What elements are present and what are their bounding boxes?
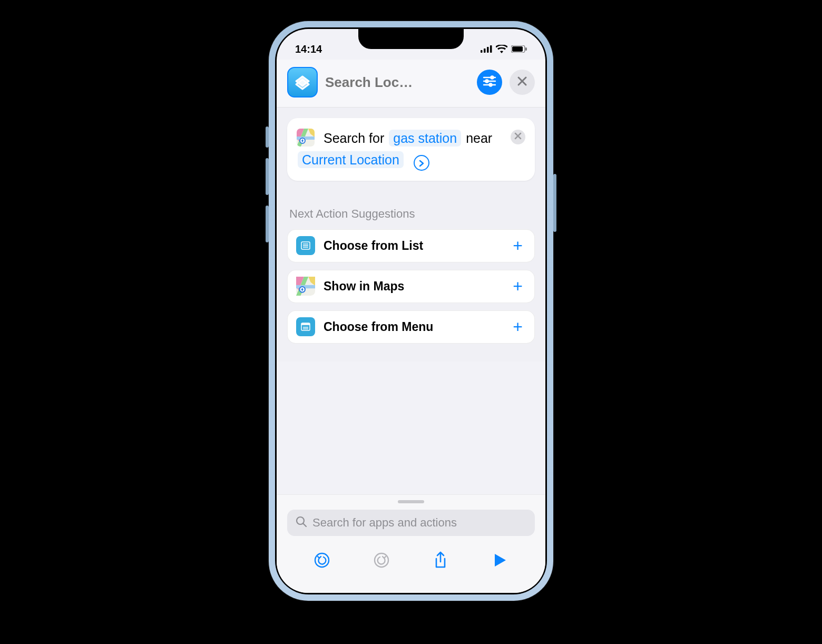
svg-rect-5 [512,46,523,52]
run-button[interactable] [490,551,511,572]
mute-switch [266,126,269,148]
maps-app-icon [296,277,315,296]
share-button[interactable] [430,551,451,572]
shortcut-title-input[interactable] [325,74,469,91]
suggestion-item[interactable]: Choose from List + [287,229,535,262]
undo-icon [314,552,330,571]
plus-icon: + [513,236,523,255]
volume-up-button [266,158,269,195]
svg-rect-36 [301,323,310,325]
chevron-right-icon [418,152,425,173]
cellular-signal-icon [481,45,492,53]
drag-handle[interactable] [398,500,424,503]
plus-icon: + [513,277,523,296]
svg-point-42 [375,553,388,567]
list-icon [296,236,315,255]
svg-rect-1 [484,48,486,53]
remove-action-button[interactable] [511,130,525,144]
suggestion-item[interactable]: Choose from Menu + [287,310,535,344]
sliders-icon [483,75,496,89]
redo-button[interactable] [371,551,392,572]
svg-point-8 [491,76,493,79]
svg-point-12 [489,83,492,86]
bottom-panel [277,494,545,593]
svg-rect-3 [490,45,492,53]
phone-frame: 14:14 [269,21,553,601]
maps-app-icon [297,129,315,147]
close-icon [514,132,522,142]
share-icon [433,551,448,571]
add-suggestion-button[interactable]: + [510,317,526,337]
add-suggestion-button[interactable]: + [510,277,526,296]
plus-icon: + [513,317,523,336]
settings-button[interactable] [477,70,502,95]
action-prefix-text: Search for [324,131,384,145]
add-suggestion-button[interactable]: + [510,236,526,256]
status-time: 14:14 [295,43,322,55]
action-search-input[interactable] [312,516,526,530]
svg-rect-2 [487,47,489,53]
notch [358,29,464,49]
battery-icon [511,45,527,53]
suggestion-item[interactable]: Show in Maps + [287,270,535,303]
suggestion-label: Choose from List [324,239,501,253]
expand-action-button[interactable] [414,155,429,171]
action-middle-text: near [466,131,492,145]
action-param-location[interactable]: Current Location [298,151,404,168]
svg-rect-21 [297,136,315,140]
header [277,60,545,108]
editor-content: Search for gas station near Current Loca… [277,108,545,362]
play-icon [493,553,507,570]
action-card-search-local[interactable]: Search for gas station near Current Loca… [287,118,535,181]
menu-icon [296,317,315,336]
toolbar [277,543,545,593]
power-button [553,174,556,232]
svg-rect-6 [525,47,527,51]
suggestion-label: Show in Maps [324,279,501,294]
svg-point-10 [485,80,488,82]
shortcuts-app-icon[interactable] [287,67,318,97]
close-icon [517,76,527,89]
volume-down-button [266,206,269,242]
suggestions-heading: Next Action Suggestions [289,207,535,221]
svg-rect-0 [481,50,483,53]
action-param-search[interactable]: gas station [389,130,461,147]
wifi-icon [496,45,507,53]
svg-line-40 [304,524,307,527]
action-search-bar[interactable] [287,510,535,536]
suggestion-label: Choose from Menu [324,320,501,334]
undo-button[interactable] [311,551,332,572]
redo-icon [373,552,390,571]
search-icon [296,516,307,530]
svg-rect-32 [296,285,315,288]
svg-point-41 [315,553,329,567]
close-button[interactable] [510,70,535,95]
